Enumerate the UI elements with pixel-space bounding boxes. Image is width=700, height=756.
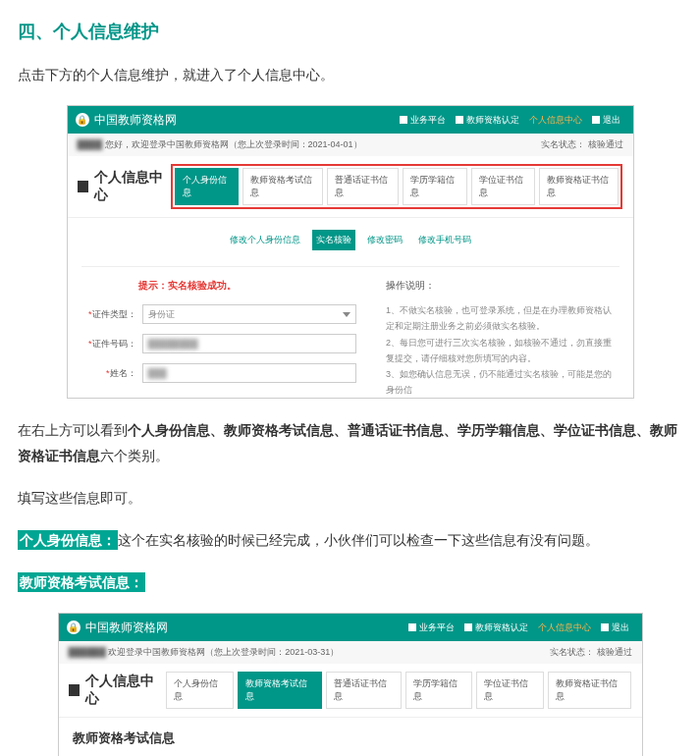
- center-bar-2: 个人信息中心 个人身份信息 教师资格考试信息 普通话证书信息 学历学籍信息 学位…: [59, 664, 642, 718]
- paragraph-fill: 填写这些信息即可。: [18, 486, 682, 511]
- form-right: 操作说明： 1、不做实名核验，也可登录系统，但是在办理教师资格认定和定期注册业务…: [386, 279, 619, 398]
- greet-name-blur: ████: [78, 139, 103, 149]
- screenshot-personal-center: 🔒 中国教师资格网 业务平台 教师资格认定 个人信息中心 退出 ████ 您好，…: [67, 105, 634, 399]
- nav-cert[interactable]: 教师资格认定: [451, 114, 524, 127]
- row-id-type: *证件类型： 身份证: [81, 304, 357, 324]
- card-icon: [78, 181, 88, 192]
- paragraph-exam-hl: 教师资格考试信息：: [18, 570, 682, 595]
- tab-exam-2[interactable]: 教师资格考试信息: [238, 672, 322, 709]
- tab-mandarin-2[interactable]: 普通话证书信息: [326, 672, 402, 709]
- svg-rect-0: [400, 116, 407, 124]
- svg-rect-7: [69, 684, 81, 696]
- tab-identity-2[interactable]: 个人身份信息: [166, 672, 233, 709]
- topbar-2: 🔒 中国教师资格网 业务平台 教师资格认定 个人信息中心 退出: [59, 614, 642, 641]
- tab-degree[interactable]: 学位证书信息: [471, 168, 535, 205]
- subtabs: 修改个人身份信息 实名核验 修改密码 修改手机号码: [226, 230, 475, 250]
- svg-rect-1: [456, 116, 463, 124]
- hl-exam: 教师资格考试信息：: [18, 572, 145, 592]
- card-icon: [69, 684, 81, 696]
- tabs: 个人身份信息 教师资格考试信息 普通话证书信息 学历学籍信息 学位证书信息 教师…: [175, 168, 619, 205]
- lock-icon: 🔒: [67, 621, 81, 634]
- ops-title: 操作说明：: [386, 279, 619, 293]
- ops-item-2: 2、每日您可进行三次实名核验，如核验不通过，勿直接重复提交，请仔细核对您所填写的…: [386, 335, 619, 366]
- status-value-2: 核验通过: [597, 647, 632, 657]
- subtab-phone[interactable]: 修改手机号码: [414, 230, 475, 250]
- svg-rect-6: [601, 623, 609, 631]
- tab-exam[interactable]: 教师资格考试信息: [242, 168, 323, 205]
- grid-icon: [400, 116, 407, 124]
- tab-education-2[interactable]: 学历学籍信息: [405, 672, 472, 709]
- nav-personal[interactable]: 个人信息中心: [524, 114, 587, 127]
- tab-cert[interactable]: 教师资格证书信息: [539, 168, 619, 205]
- status-value: 核验通过: [588, 139, 623, 149]
- tab-identity[interactable]: 个人身份信息: [175, 168, 239, 205]
- tab-education[interactable]: 学历学籍信息: [403, 168, 466, 205]
- exam-section-title: 教师资格考试信息: [73, 729, 628, 747]
- center-title-2: 个人信息中心: [85, 673, 166, 708]
- subtab-verify[interactable]: 实名核验: [312, 230, 355, 250]
- tab-cert-2[interactable]: 教师资格证书信息: [548, 672, 632, 709]
- lock-icon: 🔒: [76, 113, 89, 127]
- greet-bar-2: ██████ 欢迎登录中国教师资格网（您上次登录时间：2021-03-31） 实…: [59, 641, 642, 664]
- paragraph-intro: 点击下方的个人信息维护，就进入了个人信息中心。: [18, 63, 682, 87]
- status-label-2: 实名状态：: [550, 647, 594, 657]
- tab-mandarin[interactable]: 普通话证书信息: [327, 168, 399, 205]
- nav-logout-2[interactable]: 退出: [596, 621, 634, 634]
- ops-item-3: 3、如您确认信息无误，仍不能通过实名核验，可能是您的身份信: [386, 366, 619, 398]
- chevron-down-icon: [343, 312, 350, 317]
- center-title: 个人信息中心: [94, 169, 171, 204]
- tabs-2: 个人身份信息 教师资格考试信息 普通话证书信息 学历学籍信息 学位证书信息 教师…: [166, 672, 631, 709]
- screenshot-exam-info: 🔒 中国教师资格网 业务平台 教师资格认定 个人信息中心 退出 ██████ 欢…: [58, 613, 643, 756]
- doc-icon: [464, 623, 472, 631]
- ops-item-1: 1、不做实名核验，也可登录系统，但是在办理教师资格认定和定期注册业务之前必须做实…: [386, 302, 619, 334]
- tabs-highlight-box: 个人身份信息 教师资格考试信息 普通话证书信息 学历学籍信息 学位证书信息 教师…: [171, 164, 622, 209]
- logout-icon: [592, 116, 600, 124]
- subtab-password[interactable]: 修改密码: [363, 230, 406, 250]
- tab-degree-2[interactable]: 学位证书信息: [476, 672, 543, 709]
- greet-bar: ████ 您好，欢迎登录中国教师资格网（您上次登录时间：2021-04-01） …: [68, 134, 633, 156]
- greet-text: 您好，欢迎登录中国教师资格网（您上次登录时间：2021-04-01）: [105, 139, 362, 149]
- doc-icon: [456, 116, 463, 124]
- nav-biz-2[interactable]: 业务平台: [404, 621, 459, 634]
- form-left: 提示：实名核验成功。 *证件类型： 身份证 *证件号码： ████████ *姓…: [81, 279, 357, 398]
- logout-icon: [601, 623, 609, 631]
- svg-rect-2: [592, 116, 600, 124]
- hl-identity: 个人身份信息：: [18, 530, 118, 550]
- id-number-input[interactable]: ████████: [142, 334, 357, 353]
- center-bar: 个人信息中心 个人身份信息 教师资格考试信息 普通话证书信息 学历学籍信息 学位…: [68, 156, 633, 218]
- paragraph-identity: 个人身份信息：这个在实名核验的时候已经完成，小伙伴们可以检查一下这些信息有没有问…: [18, 528, 682, 553]
- row-name: *姓名： ███: [81, 363, 357, 383]
- verify-success-hint: 提示：实名核验成功。: [81, 279, 357, 293]
- greet-text-2: 欢迎登录中国教师资格网（您上次登录时间：2021-03-31）: [108, 647, 339, 657]
- status-label: 实名状态：: [541, 139, 585, 149]
- nav-logout[interactable]: 退出: [587, 114, 625, 127]
- svg-rect-5: [464, 623, 472, 631]
- svg-rect-3: [78, 182, 88, 192]
- section-heading: 四、个人信息维护: [18, 20, 682, 43]
- greet-name-blur-2: ██████: [69, 647, 106, 657]
- subtab-edit[interactable]: 修改个人身份信息: [226, 230, 304, 250]
- site-title: 中国教师资格网: [94, 112, 177, 129]
- paragraph-tabs-desc: 在右上方可以看到个人身份信息、教师资格考试信息、普通话证书信息、学历学籍信息、学…: [18, 418, 682, 467]
- site-title-2: 中国教师资格网: [85, 620, 168, 636]
- nav-personal-2[interactable]: 个人信息中心: [533, 621, 596, 634]
- id-type-select[interactable]: 身份证: [142, 304, 357, 324]
- grid-icon: [408, 623, 416, 631]
- nav-cert-2[interactable]: 教师资格认定: [459, 621, 533, 634]
- topbar: 🔒 中国教师资格网 业务平台 教师资格认定 个人信息中心 退出: [68, 106, 633, 134]
- row-id-number: *证件号码： ████████: [81, 334, 357, 353]
- name-input[interactable]: ███: [142, 363, 357, 383]
- svg-rect-4: [408, 623, 416, 631]
- nav-biz[interactable]: 业务平台: [395, 114, 451, 127]
